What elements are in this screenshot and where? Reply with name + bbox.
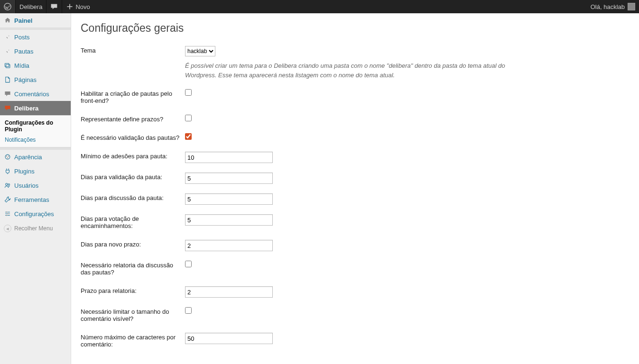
greeting-text: Olá, hacklab	[591, 3, 625, 10]
field-label: Dias para votação de encaminhamentos:	[81, 209, 185, 235]
sidebar-item-ferramentas[interactable]: Ferramentas	[0, 192, 71, 207]
svg-point-7	[6, 183, 8, 185]
svg-rect-2	[6, 64, 10, 68]
sidebar-item-midia[interactable]: Mídia	[0, 58, 71, 73]
new-content-link[interactable]: Novo	[62, 0, 93, 13]
collapse-icon: ◂	[4, 225, 11, 232]
sidebar-item-label: Pautas	[14, 48, 33, 55]
pin-icon	[4, 33, 11, 41]
plus-icon	[66, 3, 74, 10]
plug-icon	[4, 167, 11, 175]
field-label: Dias para discussão da pauta:	[81, 189, 185, 209]
tools-icon	[4, 196, 11, 203]
pin-icon	[4, 47, 11, 55]
wp-logo[interactable]	[0, 0, 15, 13]
sidebar-item-label: Configurações	[14, 210, 54, 218]
sidebar-submenu: Configurações do PluginNotificações	[0, 115, 71, 147]
sidebar-item-label: Comentários	[14, 91, 49, 98]
svg-point-8	[8, 184, 10, 186]
sidebar-item-delibera[interactable]: Delibera	[0, 101, 71, 115]
chat-icon	[4, 104, 11, 112]
my-account-link[interactable]: Olá, hacklab	[587, 0, 639, 13]
form-row: Número máximo de caracteres por comentár…	[81, 328, 536, 354]
svg-rect-1	[5, 64, 9, 67]
form-row: Habilitar a criação de pautas pelo front…	[81, 84, 536, 110]
appearance-icon	[4, 153, 11, 161]
form-row: Dias para discussão da pauta:	[81, 189, 536, 209]
form-row: Dias para validação da pauta:	[81, 168, 536, 189]
form-row: Dias para novo prazo:	[81, 235, 536, 256]
field-input[interactable]	[185, 240, 273, 251]
sidebar-item-label: Usuários	[14, 182, 38, 189]
media-icon	[4, 62, 11, 69]
collapse-label: Recolher Menu	[14, 225, 53, 232]
page-title: Configurações gerais	[81, 22, 630, 35]
sidebar-item-aparencia[interactable]: Aparência	[0, 150, 71, 164]
site-name-link[interactable]: Delibera	[16, 0, 46, 13]
comments-link[interactable]	[46, 0, 62, 13]
form-row: Prazo para relatoria:	[81, 282, 536, 302]
form-row: Necessário limitar o tamanho do comentár…	[81, 302, 536, 328]
field-input[interactable]	[185, 173, 273, 184]
wordpress-icon	[4, 3, 11, 10]
sidebar-item-label: Aparência	[14, 154, 42, 161]
admin-bar: Delibera Novo Olá, hacklab	[0, 0, 639, 13]
sidebar-item-painel[interactable]: Painel	[0, 13, 71, 27]
field-input[interactable]	[185, 333, 273, 344]
field-label: Representante define prazos?	[81, 110, 185, 128]
svg-point-5	[8, 156, 9, 157]
field-label: Tema	[81, 41, 185, 84]
settings-form: TemahacklabÉ possível criar um tema para…	[81, 41, 536, 354]
form-row: TemahacklabÉ possível criar um tema para…	[81, 41, 536, 84]
sidebar-item-label: Delibera	[14, 105, 38, 112]
field-input[interactable]	[185, 193, 273, 205]
field-label: Necessário limitar o tamanho do comentár…	[81, 302, 185, 328]
field-label: Habilitar a criação de pautas pelo front…	[81, 84, 185, 110]
svg-point-3	[5, 155, 10, 159]
field-label: Prazo para relatoria:	[81, 282, 185, 302]
field-label: Mínimo de adesões para pauta:	[81, 147, 185, 168]
sidebar-item-posts[interactable]: Posts	[0, 30, 71, 44]
theme-select[interactable]: hacklab	[185, 46, 215, 56]
comment-icon	[4, 90, 11, 98]
field-label: É necessário validação das pautas?	[81, 128, 185, 147]
form-row: Mínimo de adesões para pauta:	[81, 147, 536, 168]
sidebar-item-comentarios[interactable]: Comentários	[0, 87, 71, 101]
field-input[interactable]	[185, 152, 273, 163]
field-description: É possível criar um tema para o Delibera…	[185, 61, 517, 80]
form-row: É necessário validação das pautas?	[81, 128, 536, 147]
settings-icon	[4, 210, 11, 218]
svg-point-6	[7, 157, 8, 158]
svg-point-9	[6, 211, 7, 212]
collapse-menu-button[interactable]: ◂ Recolher Menu	[0, 221, 71, 236]
sidebar-item-usuarios[interactable]: Usuários	[0, 178, 71, 192]
content-area: Configurações gerais TemahacklabÉ possív…	[71, 13, 639, 364]
sidebar-item-pautas[interactable]: Pautas	[0, 44, 71, 58]
submenu-config-plugin[interactable]: Configurações do Plugin	[0, 118, 71, 135]
sidebar-item-configuracoes[interactable]: Configurações	[0, 207, 71, 221]
sidebar-item-label: Painel	[14, 17, 32, 24]
form-row: Dias para votação de encaminhamentos:	[81, 209, 536, 235]
users-icon	[4, 182, 11, 189]
sidebar-item-plugins[interactable]: Plugins	[0, 164, 71, 178]
field-label: Dias para novo prazo:	[81, 235, 185, 256]
admin-sidebar: PainelPostsPautasMídiaPáginasComentários…	[0, 13, 71, 364]
form-row: Representante define prazos?	[81, 110, 536, 128]
field-checkbox[interactable]	[185, 115, 192, 121]
field-checkbox[interactable]	[185, 261, 192, 267]
sidebar-item-label: Ferramentas	[14, 196, 49, 203]
field-checkbox[interactable]	[185, 307, 192, 314]
field-label: Número máximo de caracteres por comentár…	[81, 328, 185, 354]
svg-point-10	[8, 213, 9, 214]
field-checkbox[interactable]	[185, 89, 192, 96]
field-input[interactable]	[185, 286, 273, 298]
new-content-label: Novo	[75, 3, 90, 10]
field-label: Dias para validação da pauta:	[81, 168, 185, 189]
sidebar-item-label: Plugins	[14, 168, 35, 175]
sidebar-item-paginas[interactable]: Páginas	[0, 73, 71, 87]
avatar	[628, 3, 635, 10]
svg-point-11	[6, 215, 7, 216]
field-checkbox[interactable]	[185, 133, 192, 140]
submenu-notificacoes[interactable]: Notificações	[0, 135, 71, 145]
field-input[interactable]	[185, 214, 273, 226]
